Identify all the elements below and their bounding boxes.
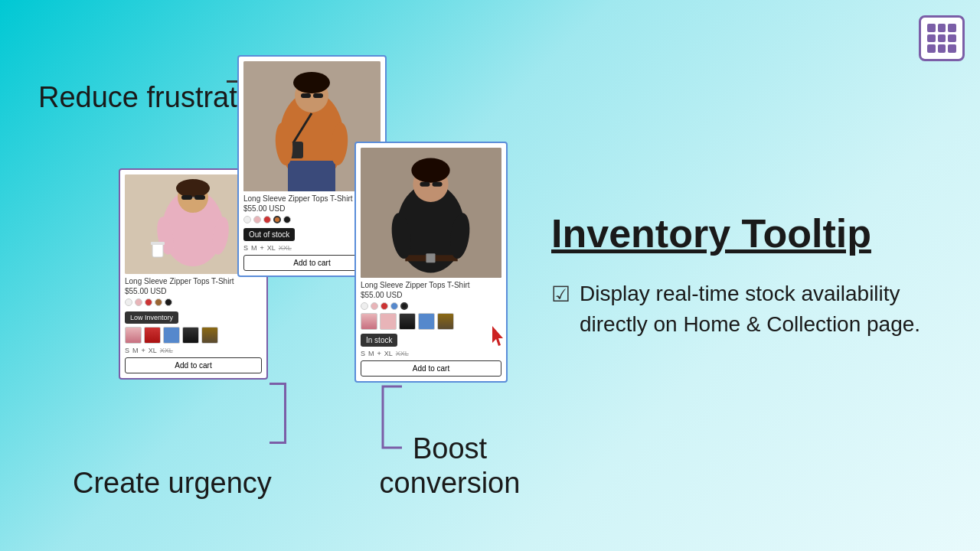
black-shirt-sizes: S M + XL XXL: [361, 350, 501, 357]
svg-point-28: [411, 158, 449, 183]
swatch-brown: [155, 298, 162, 306]
svg-marker-33: [492, 326, 503, 346]
black-shirt-card: Long Sleeve Zipper Tops T-Shirt $55.00 U…: [354, 142, 508, 383]
svg-rect-16: [301, 93, 311, 98]
black-shirt-image: [361, 148, 501, 278]
swatch-r: [263, 216, 271, 223]
bt4: [418, 313, 435, 330]
create-urgency-bracket: [270, 383, 286, 444]
thumb-2: [144, 327, 161, 344]
bt5: [437, 313, 454, 330]
pink-shirt-add-to-cart[interactable]: Add to cart: [125, 357, 262, 373]
svg-rect-13: [288, 161, 335, 191]
in-stock-badge: In stock: [361, 334, 397, 347]
swatch-w: [243, 216, 251, 223]
svg-rect-9: [152, 243, 163, 257]
thumb-5: [201, 327, 218, 344]
bt2: [380, 313, 397, 330]
svg-rect-5: [194, 195, 205, 200]
cursor-arrow-2: [491, 326, 509, 350]
pink-shirt-thumbnails: [125, 327, 262, 344]
low-inventory-badge-container: Low Inventory: [125, 309, 262, 324]
in-stock-container: In stock: [361, 313, 501, 347]
sw4: [390, 302, 398, 310]
thumb-4: [182, 327, 199, 344]
svg-rect-17: [313, 93, 323, 98]
svg-rect-4: [181, 195, 192, 200]
black-shirt-price: $55.00 USD: [361, 291, 501, 299]
black-shirt-mini-thumbs: [361, 313, 501, 330]
bt3: [399, 313, 416, 330]
low-inventory-badge: Low Inventory: [125, 311, 178, 324]
sw3: [381, 302, 388, 310]
svg-rect-30: [433, 182, 443, 187]
create-urgency-label: Create urgency: [73, 466, 272, 501]
swatch-pink: [135, 298, 142, 306]
svg-point-3: [176, 179, 210, 197]
svg-rect-10: [151, 242, 165, 245]
pink-shirt-title: Long Sleeve Zipper Tops T-Shirt: [125, 277, 262, 285]
black-shirt-add-to-cart[interactable]: Add to cart: [361, 360, 501, 377]
thumb-3: [163, 327, 180, 344]
left-section: Reduce frustration: [0, 0, 521, 551]
pink-shirt-price: $55.00 USD: [125, 287, 262, 295]
inventory-tooltip-title: Inventory Tooltip: [551, 212, 934, 256]
sw1: [361, 302, 368, 310]
swatch-red: [145, 298, 152, 306]
swatch-o: [273, 216, 281, 223]
pink-shirt-sizes: S M + XL XXL: [125, 347, 262, 354]
feature-description: Display real-time stock availability dir…: [580, 279, 934, 338]
swatch-black: [165, 298, 172, 306]
swatch-white: [125, 298, 132, 306]
swatch-bl: [283, 216, 291, 223]
sw5: [400, 302, 408, 310]
sw2: [371, 302, 378, 310]
svg-rect-29: [420, 182, 430, 187]
black-shirt-title: Long Sleeve Zipper Tops T-Shirt: [361, 281, 501, 289]
thumb-1: [125, 327, 142, 344]
black-shirt-swatches: [361, 302, 501, 310]
swatch-p: [253, 216, 261, 223]
right-section: Inventory Tooltip ☑ Display real-time st…: [521, 0, 980, 551]
bt1: [361, 313, 377, 330]
svg-rect-26: [426, 253, 435, 262]
feature-item: ☑ Display real-time stock availability d…: [551, 279, 934, 338]
boost-conversion-bracket: [371, 383, 410, 452]
svg-point-15: [293, 72, 330, 93]
checkbox-icon: ☑: [551, 282, 570, 307]
out-of-stock-badge: Out of stock: [243, 228, 295, 241]
pink-shirt-swatches: [125, 298, 262, 306]
